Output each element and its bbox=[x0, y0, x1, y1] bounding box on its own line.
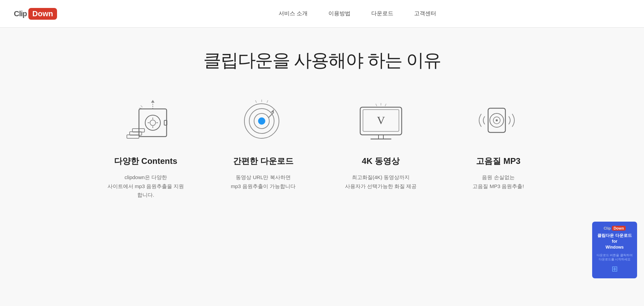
widget-sub: 다운로드 버튼을 클릭하여다운로드를 시작하세요 bbox=[596, 253, 634, 262]
logo-area[interactable]: Clip Down bbox=[14, 8, 57, 20]
feature-desc-easy: 동영상 URL만 복사하면mp3 음원추출이 가능합니다 bbox=[231, 173, 296, 191]
feature-title-easy: 간편한 다운로드 bbox=[233, 156, 293, 167]
svg-point-5 bbox=[150, 120, 156, 126]
svg-point-18 bbox=[258, 118, 265, 124]
logo-clip-text: Clip bbox=[14, 9, 27, 18]
nav-download[interactable]: 다운로드 bbox=[371, 10, 393, 17]
widget-logo-row: Clip Down bbox=[596, 226, 634, 231]
feature-title-mp3: 고음질 MP3 bbox=[476, 156, 520, 167]
svg-line-13 bbox=[141, 105, 142, 107]
feature-mp3: 고음질 MP3 음원 손실없는고음질 MP3 음원추출! bbox=[440, 97, 557, 200]
svg-text:V: V bbox=[377, 114, 385, 127]
svg-point-35 bbox=[496, 119, 498, 121]
4k-video-icon: V bbox=[353, 97, 409, 145]
main-content: 클립다운을 사용해야 하는 이유 bbox=[0, 28, 644, 306]
widget-logo-clip: Clip bbox=[604, 226, 611, 230]
svg-point-4 bbox=[145, 115, 160, 130]
feature-desc-4k: 최고화질(4K) 동영상까지사용자가 선택가능한 화질 제공 bbox=[345, 173, 417, 191]
feature-title-diverse: 다양한 Contents bbox=[114, 156, 177, 167]
svg-line-31 bbox=[385, 104, 386, 106]
mp3-icon bbox=[471, 97, 526, 145]
svg-rect-27 bbox=[379, 135, 383, 139]
page-wrapper: Clip Down 서비스 소개 이용방법 다운로드 고객센터 클립다운을 사용… bbox=[0, 0, 644, 306]
svg-marker-20 bbox=[271, 109, 274, 112]
nav-service-intro[interactable]: 서비스 소개 bbox=[279, 10, 308, 17]
feature-easy-download: 간편한 다운로드 동영상 URL만 복사하면mp3 음원추출이 가능합니다 bbox=[205, 97, 322, 200]
nav-customer-center[interactable]: 고객센터 bbox=[414, 10, 436, 17]
download-widget[interactable]: Clip Down 클립다운 다운로드forWindows 다운로드 버튼을 클… bbox=[592, 222, 637, 278]
svg-line-23 bbox=[267, 100, 268, 103]
feature-desc-diverse: clipdown은 다양한사이트에서 mp3 음원추출을 지원합니다. bbox=[108, 173, 184, 200]
page-title: 클립다운을 사용해야 하는 이유 bbox=[14, 48, 630, 73]
header: Clip Down 서비스 소개 이용방법 다운로드 고객센터 bbox=[0, 0, 644, 28]
svg-marker-11 bbox=[151, 100, 155, 103]
main-nav: 서비스 소개 이용방법 다운로드 고객센터 bbox=[85, 10, 630, 17]
easy-download-icon bbox=[236, 97, 291, 145]
svg-line-30 bbox=[376, 104, 377, 106]
feature-diverse-contents: 다양한 Contents clipdown은 다양한사이트에서 mp3 음원추출… bbox=[87, 97, 205, 200]
diverse-contents-icon bbox=[118, 97, 174, 145]
feature-title-4k: 4K 동영상 bbox=[362, 156, 400, 167]
feature-desc-mp3: 음원 손실없는고음질 MP3 음원추출! bbox=[473, 173, 524, 191]
svg-line-22 bbox=[255, 100, 256, 103]
features-grid: 다양한 Contents clipdown은 다양한사이트에서 mp3 음원추출… bbox=[80, 97, 564, 200]
windows-icon: ⊞ bbox=[596, 265, 634, 273]
widget-logo-down: Down bbox=[612, 226, 626, 231]
logo-down-badge: Down bbox=[28, 8, 57, 20]
nav-how-to-use[interactable]: 이용방법 bbox=[328, 10, 351, 17]
widget-desc: 클립다운 다운로드forWindows bbox=[596, 233, 634, 250]
feature-4k-video: V 4K 동영상 최고화질(4K) 동영상까지사용자가 선택가능한 화질 제공 bbox=[322, 97, 440, 200]
